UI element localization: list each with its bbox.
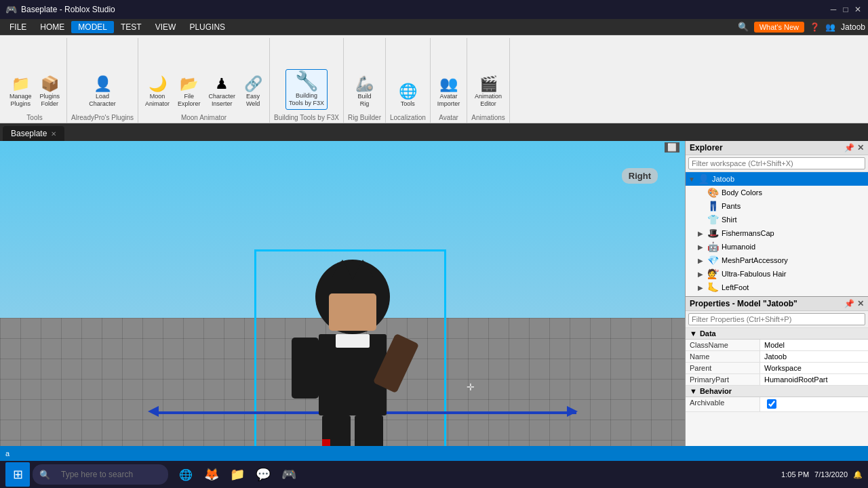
humanoid-icon: 🤖 bbox=[707, 241, 719, 252]
taskbar-cortana-icon[interactable]: 🌐 bbox=[174, 462, 198, 487]
moon-animator-button[interactable]: 🌙 MoonAnimator bbox=[142, 75, 172, 110]
taskbar-roblox-icon[interactable]: 🎮 bbox=[277, 462, 301, 487]
character-figure bbox=[264, 256, 441, 446]
expand-jatoob-icon[interactable]: ▼ bbox=[688, 176, 698, 183]
explorer-close-icon[interactable]: ✕ bbox=[857, 143, 864, 152]
plugins-folder-icon: 📦 bbox=[41, 77, 59, 92]
avatar-group-label: Avatar bbox=[435, 113, 463, 123]
viewport-maximize-icon[interactable]: ⬜ bbox=[665, 142, 679, 152]
properties-close-icon[interactable]: ✕ bbox=[857, 299, 864, 308]
animation-editor-button[interactable]: 🎬 AnimationEditor bbox=[472, 75, 505, 110]
expand-meshpart-icon[interactable]: ▶ bbox=[698, 257, 707, 264]
tree-item-jatoob[interactable]: ▼ 👤 Jatoob bbox=[686, 172, 868, 186]
tree-item-fishermanscap[interactable]: ▶ 🎩 FishermansCap bbox=[686, 226, 868, 240]
character-inserter-button[interactable]: ♟ CharacterInserter bbox=[206, 75, 239, 110]
shirt-icon: 👕 bbox=[707, 214, 719, 225]
expand-leftfoot-icon[interactable]: ▶ bbox=[698, 284, 707, 291]
tree-item-shirt[interactable]: 👕 Shirt bbox=[686, 213, 868, 226]
taskbar: ⊞ 🔍 🌐 🦊 📁 💬 🎮 1:05 PM 7/13/2020 🔔 bbox=[0, 461, 868, 488]
tree-item-ultra-fabulous-hair[interactable]: ▶ 💇 Ultra-Fabulous Hair bbox=[686, 267, 868, 281]
file-explorer-button[interactable]: 📂 FileExplorer bbox=[175, 75, 203, 110]
cursor-indicator: ✛ bbox=[467, 382, 475, 392]
expand-fishermanscap-icon[interactable]: ▶ bbox=[698, 230, 707, 237]
menu-home[interactable]: HOME bbox=[33, 21, 71, 33]
name-label: Name bbox=[686, 351, 760, 362]
tree-item-lefthand[interactable]: ▶ ✋ LeftHand bbox=[686, 294, 868, 296]
tab-close-button[interactable]: ✕ bbox=[51, 130, 56, 138]
primarypart-value[interactable]: HumanoidRootPart bbox=[760, 374, 868, 385]
tree-item-body-colors[interactable]: 🎨 Body Colors bbox=[686, 186, 868, 199]
plugins-folder-button[interactable]: 📦 PluginsFolder bbox=[37, 75, 63, 110]
character-inserter-icon: ♟ bbox=[215, 77, 229, 92]
viewport-right-label: Right bbox=[622, 168, 658, 184]
tab-baseplate[interactable]: Baseplate ✕ bbox=[3, 126, 64, 141]
name-value[interactable]: Jatoob bbox=[760, 351, 868, 362]
start-button[interactable]: ⊞ bbox=[5, 462, 30, 487]
primarypart-label: PrimaryPart bbox=[686, 374, 760, 385]
build-rig-button[interactable]: 🦾 BuildRig bbox=[353, 75, 377, 110]
classname-value: Model bbox=[760, 340, 868, 350]
explorer-filter-bar bbox=[686, 155, 868, 172]
properties-filter-input[interactable] bbox=[688, 313, 865, 325]
explorer-panel: Explorer 📌 ✕ ▼ 👤 Jatoob 🎨 bbox=[686, 141, 868, 297]
menu-plugins[interactable]: PLUGINS bbox=[182, 21, 232, 33]
explorer-filter-input[interactable] bbox=[688, 157, 865, 169]
expand-hair-icon[interactable]: ▶ bbox=[698, 270, 707, 278]
taskbar-search-bar[interactable]: 🔍 bbox=[33, 464, 168, 485]
localization-group-label: Localization bbox=[390, 113, 426, 123]
building-tools-button[interactable]: 🔧 BuildingTools by F3X bbox=[285, 69, 328, 110]
load-character-button[interactable]: 👤 LoadCharacter bbox=[86, 75, 119, 110]
close-button[interactable]: ✕ bbox=[853, 5, 863, 14]
parent-value: Workspace bbox=[760, 363, 868, 373]
arrow-left bbox=[148, 406, 159, 417]
taskbar-notification-icon[interactable]: 🔔 bbox=[853, 470, 863, 479]
taskbar-search-input[interactable] bbox=[54, 464, 163, 485]
building-group-label: Building Tools by F3X bbox=[274, 113, 339, 123]
share-icon[interactable]: 👥 bbox=[825, 22, 835, 32]
taskbar-discord-icon[interactable]: 💬 bbox=[251, 462, 275, 487]
tab-bar: Baseplate ✕ bbox=[0, 123, 868, 141]
easy-weld-button[interactable]: 🔗 EasyWeld bbox=[241, 75, 265, 110]
behavior-section[interactable]: ▼ Behavior bbox=[686, 386, 868, 397]
expand-humanoid-icon[interactable]: ▶ bbox=[698, 243, 707, 251]
data-section[interactable]: ▼ Data bbox=[686, 328, 868, 340]
viewport[interactable]: Right ✛ ⬜ bbox=[0, 141, 685, 446]
toolbar-group-rig: 🦾 BuildRig Rig Builder bbox=[344, 38, 386, 123]
moon-group-label: Moon Animator bbox=[142, 113, 265, 123]
menu-view[interactable]: VIEW bbox=[149, 21, 183, 33]
taskbar-firefox-icon[interactable]: 🦊 bbox=[199, 462, 224, 487]
fishermanscap-label: FishermansCap bbox=[722, 229, 774, 237]
properties-title: Properties - Model "Jatoob" bbox=[690, 299, 797, 308]
svg-rect-1 bbox=[329, 293, 376, 331]
tree-item-meshpartaccessory[interactable]: ▶ 💎 MeshPartAccessory bbox=[686, 253, 868, 267]
explorer-pin-icon[interactable]: 📌 bbox=[844, 143, 854, 152]
maximize-button[interactable]: □ bbox=[841, 5, 850, 14]
menu-model[interactable]: MODEL bbox=[71, 21, 114, 33]
prop-archivable: Archivable bbox=[686, 397, 868, 412]
search-icon: 🔍 bbox=[738, 22, 749, 32]
prop-classname: ClassName Model bbox=[686, 340, 868, 351]
whats-new-button[interactable]: What's New bbox=[754, 22, 804, 33]
tree-item-pants[interactable]: 👖 Pants bbox=[686, 199, 868, 213]
properties-header: Properties - Model "Jatoob" 📌 ✕ bbox=[686, 297, 868, 311]
status-input[interactable] bbox=[5, 449, 99, 458]
avatar-importer-button[interactable]: 👥 AvatarImporter bbox=[435, 75, 463, 110]
minimize-button[interactable]: ─ bbox=[829, 5, 838, 14]
tools-group-label: Tools bbox=[7, 113, 62, 123]
hair-label: Ultra-Fabulous Hair bbox=[722, 270, 786, 278]
menu-file[interactable]: FILE bbox=[3, 21, 33, 33]
archivable-checkbox[interactable] bbox=[767, 399, 776, 409]
pants-label: Pants bbox=[722, 202, 741, 210]
menu-test[interactable]: TEST bbox=[114, 21, 149, 33]
manage-plugins-button[interactable]: 📁 ManagePlugins bbox=[7, 75, 35, 110]
avatar-importer-icon: 👥 bbox=[439, 77, 458, 92]
tree-item-humanoid[interactable]: ▶ 🤖 Humanoid bbox=[686, 240, 868, 253]
taskbar-explorer-icon[interactable]: 📁 bbox=[225, 462, 250, 487]
archivable-value[interactable] bbox=[760, 397, 868, 411]
tree-item-leftfoot[interactable]: ▶ 🦶 LeftFoot bbox=[686, 281, 868, 294]
help-icon[interactable]: ❓ bbox=[810, 22, 820, 32]
tools-button[interactable]: 🌐 Tools bbox=[395, 82, 420, 110]
properties-pin-icon[interactable]: 📌 bbox=[844, 299, 854, 308]
fishermanscap-icon: 🎩 bbox=[707, 228, 719, 239]
archivable-label: Archivable bbox=[686, 397, 760, 411]
